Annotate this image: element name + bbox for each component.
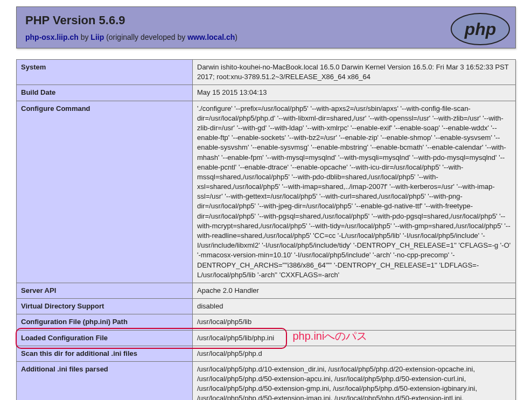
php-logo-icon: php [451,12,510,46]
table-row: Configuration File (php.ini) Path/usr/lo… [17,314,516,330]
phpinfo-header: PHP Version 5.6.9 php-osx.liip.ch by Lii… [16,6,516,48]
table-key: Scan this dir for additional .ini files [17,346,193,361]
table-row: Server APIApache 2.0 Handler [17,283,516,298]
table-row: Build DateMay 15 2015 13:04:13 [17,85,516,101]
liip-link[interactable]: Liip [90,33,104,41]
mid-text: (originally developed by [104,33,187,41]
table-key: Build Date [17,85,193,101]
table-key: Configuration File (php.ini) Path [17,314,193,330]
table-key: Configure Command [17,101,193,283]
table-value: May 15 2015 13:04:13 [193,85,516,101]
php-version-title: PHP Version 5.6.9 [25,13,125,27]
table-row: Scan this dir for additional .ini files/… [17,346,516,361]
table-value: disabled [193,299,516,314]
svg-text:php: php [464,19,496,39]
localch-link[interactable]: www.local.ch [187,33,235,41]
table-value: /usr/local/php5/lib/php.ini [193,330,516,346]
phpinfo-table: SystemDarwin ishito-kouhei-no-MacBook.lo… [16,59,516,400]
table-value: Darwin ishito-kouhei-no-MacBook.local 16… [193,60,516,85]
php-osx-link[interactable]: php-osx.liip.ch [25,33,79,41]
annotation-layer: SystemDarwin ishito-kouhei-no-MacBook.lo… [16,59,516,400]
table-value: /usr/local/php5/php.d [193,346,516,361]
table-key: Virtual Directory Support [17,299,193,314]
by-text: by [79,33,91,41]
table-value: /usr/local/php5/php.d/10-extension_dir.i… [193,361,516,400]
table-key: System [17,60,193,85]
table-value: /usr/local/php5/lib [193,314,516,330]
phpinfo-subline: php-osx.liip.ch by Liip (originally deve… [25,33,507,41]
table-key: Loaded Configuration File [17,330,193,346]
table-key: Additional .ini files parsed [17,361,193,400]
table-row: Configure Command'./configure' '--prefix… [17,101,516,283]
table-row: Additional .ini files parsed/usr/local/p… [17,361,516,400]
table-row: Virtual Directory Supportdisabled [17,299,516,314]
table-row: SystemDarwin ishito-kouhei-no-MacBook.lo… [17,60,516,85]
table-row: Loaded Configuration File/usr/local/php5… [17,330,516,346]
table-key: Server API [17,283,193,298]
table-value: Apache 2.0 Handler [193,283,516,298]
end-text: ) [235,33,237,41]
table-value: './configure' '--prefix=/usr/local/php5'… [193,101,516,283]
